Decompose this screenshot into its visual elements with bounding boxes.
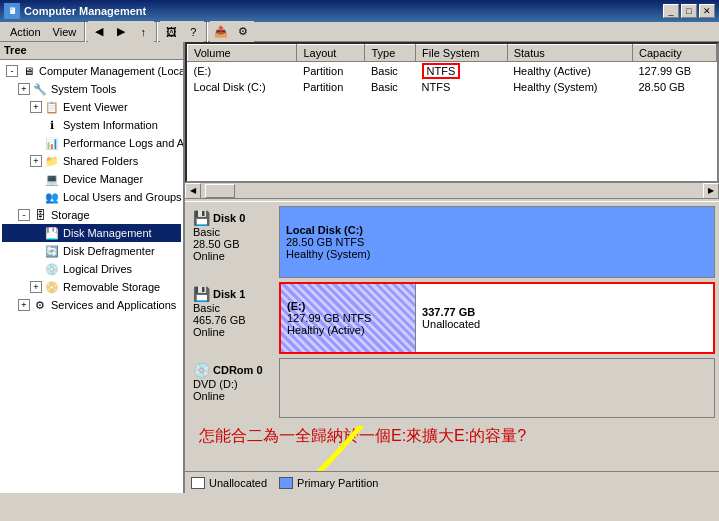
expand-services[interactable]: + bbox=[18, 299, 30, 311]
disk1-row: 💾 Disk 1 Basic 465.76 GB Online (E:) 127… bbox=[189, 282, 715, 354]
list-view: Volume Layout Type File System Status Ca… bbox=[185, 42, 719, 182]
disk1-unalloc[interactable]: 337.77 GB Unallocated bbox=[416, 284, 713, 352]
device-manager-icon: 💻 bbox=[44, 171, 60, 187]
tree-label-event-viewer: Event Viewer bbox=[63, 101, 128, 113]
disk0-name: Disk 0 bbox=[213, 212, 245, 224]
forward-button[interactable]: ▶ bbox=[110, 21, 132, 43]
col-type[interactable]: Type bbox=[365, 45, 416, 62]
col-status[interactable]: Status bbox=[507, 45, 632, 62]
disk1-e-label: (E:) bbox=[287, 300, 409, 312]
expand-computer[interactable]: - bbox=[6, 65, 18, 77]
tree-item-logical-drives[interactable]: 💿 Logical Drives bbox=[2, 260, 181, 278]
disk1-e-size: 127.99 GB NTFS bbox=[287, 312, 409, 324]
scroll-right[interactable]: ▶ bbox=[703, 183, 719, 199]
disk1-icon: 💾 bbox=[193, 286, 210, 302]
back-button[interactable]: ◀ bbox=[88, 21, 110, 43]
disk0-partition-c[interactable]: Local Disk (C:) 28.50 GB NTFS Healthy (S… bbox=[280, 207, 714, 277]
expand-removable[interactable]: + bbox=[30, 281, 42, 293]
expand-shared-folders[interactable]: + bbox=[30, 155, 42, 167]
disk-area: 💾 Disk 0 Basic 28.50 GB Online Local Dis… bbox=[185, 202, 719, 471]
menu-separator bbox=[84, 22, 86, 42]
tree-label-system-info: System Information bbox=[63, 119, 158, 131]
disk-defrag-icon: 🔄 bbox=[44, 243, 60, 259]
disk1-size: 465.76 GB bbox=[193, 314, 275, 326]
scroll-left[interactable]: ◀ bbox=[185, 183, 201, 199]
tree-item-system-info[interactable]: ℹ System Information bbox=[2, 116, 181, 134]
disk1-partition-e[interactable]: (E:) 127.99 GB NTFS Healthy (Active) bbox=[281, 284, 416, 352]
shared-folders-icon: 📁 bbox=[44, 153, 60, 169]
tree-label-device-manager: Device Manager bbox=[63, 173, 143, 185]
cell-0-1: Partition bbox=[297, 62, 365, 81]
menu-view[interactable]: View bbox=[47, 25, 83, 39]
disk1-label: 💾 Disk 1 Basic 465.76 GB Online bbox=[189, 282, 279, 354]
perf-logs-icon: 📊 bbox=[44, 135, 60, 151]
help-button[interactable]: ? bbox=[182, 21, 204, 43]
col-filesystem[interactable]: File System bbox=[416, 45, 508, 62]
legend-primary-label: Primary Partition bbox=[297, 477, 378, 489]
export-button[interactable]: 📤 bbox=[210, 21, 232, 43]
tree-item-system-tools[interactable]: + 🔧 System Tools bbox=[2, 80, 181, 98]
cdrom0-partitions bbox=[279, 358, 715, 418]
col-capacity[interactable]: Capacity bbox=[632, 45, 716, 62]
system-tools-icon: 🔧 bbox=[32, 81, 48, 97]
show-hide-button[interactable]: 🖼 bbox=[160, 21, 182, 43]
disk0-type: Basic bbox=[193, 226, 275, 238]
expand-event-viewer[interactable]: + bbox=[30, 101, 42, 113]
disk-table: Volume Layout Type File System Status Ca… bbox=[187, 44, 717, 94]
col-volume[interactable]: Volume bbox=[188, 45, 297, 62]
logical-drives-icon: 💿 bbox=[44, 261, 60, 277]
tree-label-services: Services and Applications bbox=[51, 299, 176, 311]
cdrom0-label: 💿 CDRom 0 DVD (D:) Online bbox=[189, 358, 279, 418]
up-button[interactable]: ↑ bbox=[132, 21, 154, 43]
disk0-row: 💾 Disk 0 Basic 28.50 GB Online Local Dis… bbox=[189, 206, 715, 278]
cdrom0-row: 💿 CDRom 0 DVD (D:) Online bbox=[189, 358, 715, 418]
table-row-0[interactable]: (E:)PartitionBasicNTFSHealthy (Active)12… bbox=[188, 62, 717, 81]
col-layout[interactable]: Layout bbox=[297, 45, 365, 62]
scroll-thumb[interactable] bbox=[205, 184, 235, 198]
disk0-c-status: Healthy (System) bbox=[286, 248, 708, 260]
expand-storage[interactable]: - bbox=[18, 209, 30, 221]
tree-item-perf-logs[interactable]: 📊 Performance Logs and Alerts bbox=[2, 134, 181, 152]
tree-item-event-viewer[interactable]: + 📋 Event Viewer bbox=[2, 98, 181, 116]
options-button[interactable]: ⚙ bbox=[232, 21, 254, 43]
cell-1-0: Local Disk (C:) bbox=[188, 80, 297, 94]
tree-item-computer[interactable]: - 🖥 Computer Management (Local) bbox=[2, 62, 181, 80]
tree-item-disk-defrag[interactable]: 🔄 Disk Defragmenter bbox=[2, 242, 181, 260]
tree-item-local-users[interactable]: 👥 Local Users and Groups bbox=[2, 188, 181, 206]
close-button[interactable]: ✕ bbox=[699, 4, 715, 18]
title-bar: 🖥 Computer Management _ □ ✕ bbox=[0, 0, 719, 22]
maximize-button[interactable]: □ bbox=[681, 4, 697, 18]
tree-item-device-manager[interactable]: 💻 Device Manager bbox=[2, 170, 181, 188]
cell-1-1: Partition bbox=[297, 80, 365, 94]
cdrom0-icon: 💿 bbox=[193, 362, 210, 378]
tree-label-storage: Storage bbox=[51, 209, 90, 221]
disk1-unalloc-size: 337.77 GB bbox=[422, 306, 707, 318]
menu-action[interactable]: Action bbox=[4, 25, 47, 39]
minimize-button[interactable]: _ bbox=[663, 4, 679, 18]
table-row-1[interactable]: Local Disk (C:)PartitionBasicNTFSHealthy… bbox=[188, 80, 717, 94]
tree-item-storage[interactable]: - 🗄 Storage bbox=[2, 206, 181, 224]
tree-item-removable-storage[interactable]: + 📀 Removable Storage bbox=[2, 278, 181, 296]
disk1-unalloc-label: Unallocated bbox=[422, 318, 707, 330]
tree-item-disk-management[interactable]: 💾 Disk Management bbox=[2, 224, 181, 242]
legend-unalloc-label: Unallocated bbox=[209, 477, 267, 489]
cdrom0-type: DVD (D:) bbox=[193, 378, 275, 390]
tree-item-services[interactable]: + ⚙ Services and Applications bbox=[2, 296, 181, 314]
cell-0-0: (E:) bbox=[188, 62, 297, 81]
window-title: Computer Management bbox=[24, 5, 146, 17]
expand-system-tools[interactable]: + bbox=[18, 83, 30, 95]
tree-label-removable-storage: Removable Storage bbox=[63, 281, 160, 293]
cell-0-3: NTFS bbox=[416, 62, 508, 81]
annotation-container: 怎能合二為一全歸納於一個E:來擴大E:的容量? bbox=[189, 426, 715, 471]
tree-item-shared-folders[interactable]: + 📁 Shared Folders bbox=[2, 152, 181, 170]
cell-1-2: Basic bbox=[365, 80, 416, 94]
legend-primary: Primary Partition bbox=[279, 477, 378, 489]
disk1-type: Basic bbox=[193, 302, 275, 314]
cell-1-5: 28.50 GB bbox=[632, 80, 716, 94]
horizontal-scrollbar[interactable]: ◀ ▶ bbox=[185, 182, 719, 198]
tree-label-system-tools: System Tools bbox=[51, 83, 116, 95]
tree-content: - 🖥 Computer Management (Local) + 🔧 Syst… bbox=[0, 60, 183, 493]
cell-0-4: Healthy (Active) bbox=[507, 62, 632, 81]
cell-1-3: NTFS bbox=[416, 80, 508, 94]
local-users-icon: 👥 bbox=[44, 189, 60, 205]
